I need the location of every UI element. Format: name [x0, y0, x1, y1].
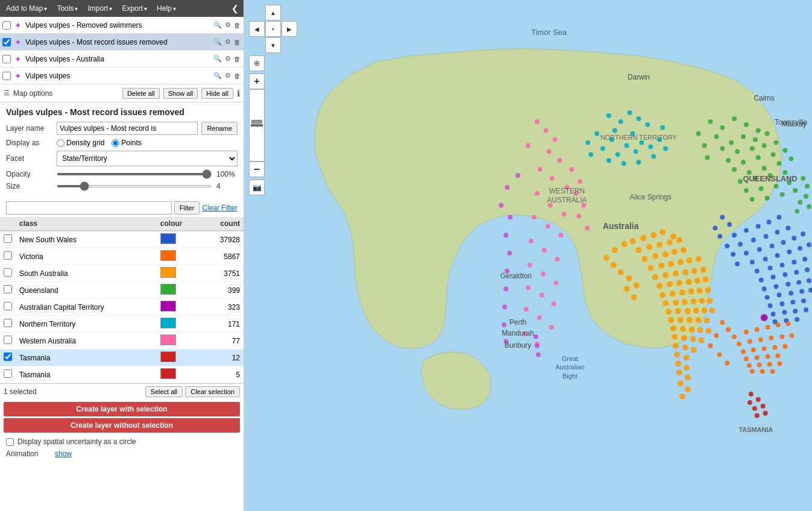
svg-point-156	[750, 369, 755, 374]
row-checkbox[interactable]	[4, 369, 12, 378]
svg-point-9	[625, 143, 629, 148]
zoom-slider[interactable]	[249, 89, 265, 161]
tools-button[interactable]: Tools ▾	[53, 3, 81, 14]
row-count: 5	[201, 366, 244, 383]
row-checkbox[interactable]	[4, 268, 12, 277]
row-checkbox-cell[interactable]	[0, 299, 16, 316]
layer-1-zoom-btn[interactable]: 🔍	[213, 20, 222, 30]
layer-2-zoom-btn[interactable]: 🔍	[213, 37, 222, 46]
layer-4-checkbox[interactable]	[2, 72, 11, 80]
density-grid-radio[interactable]	[57, 139, 65, 147]
locate-button[interactable]: ⊕	[249, 55, 265, 71]
pan-left-button[interactable]: ◀	[249, 21, 265, 37]
delete-all-button[interactable]: Delete all	[122, 88, 160, 99]
svg-point-160	[720, 320, 725, 325]
pan-center-button[interactable]: •	[265, 21, 281, 37]
row-checkbox-cell[interactable]	[0, 231, 16, 248]
svg-point-194	[676, 280, 682, 286]
layer-1-settings-btn[interactable]: ⚙	[224, 20, 231, 30]
show-all-button[interactable]: Show all	[163, 88, 198, 99]
size-slider[interactable]	[57, 185, 212, 187]
row-checkbox[interactable]	[4, 302, 12, 310]
hide-all-button[interactable]: Hide all	[201, 88, 233, 99]
density-grid-option[interactable]: Density grid	[57, 139, 104, 147]
filter-button[interactable]: Filter	[174, 201, 200, 215]
points-radio[interactable]	[112, 139, 119, 147]
svg-point-289	[752, 406, 757, 411]
row-checkbox-cell[interactable]	[0, 333, 16, 350]
row-checkbox[interactable]	[4, 251, 12, 260]
clear-selection-button[interactable]: Clear selection	[185, 386, 240, 397]
svg-point-239	[678, 380, 684, 386]
layer-2-icon: ✦	[13, 37, 23, 47]
rename-button[interactable]: Rename	[201, 122, 238, 135]
layer-2-checkbox[interactable]	[2, 38, 11, 46]
row-checkbox-cell[interactable]	[0, 316, 16, 333]
add-to-map-button[interactable]: Add to Map ▾	[2, 3, 51, 14]
pan-right-button[interactable]: ▶	[282, 21, 297, 37]
row-checkbox-cell[interactable]	[0, 366, 16, 383]
layer-1-checkbox[interactable]	[2, 21, 11, 30]
row-checkbox[interactable]	[4, 234, 12, 243]
row-checkbox-cell[interactable]	[0, 350, 16, 366]
create-layer-with-selection-button[interactable]: Create layer with selection	[4, 402, 240, 416]
import-button[interactable]: Import ▾	[84, 3, 116, 14]
row-checkbox[interactable]	[4, 353, 12, 361]
animation-show-link[interactable]: show	[55, 450, 72, 458]
points-option[interactable]: Points	[112, 139, 141, 147]
display-as-label: Display as	[6, 139, 53, 147]
layer-3-checkbox[interactable]	[2, 55, 11, 63]
svg-point-261	[535, 191, 540, 196]
row-checkbox[interactable]	[4, 336, 12, 344]
svg-point-95	[779, 263, 784, 268]
select-all-button[interactable]: Select all	[145, 386, 183, 397]
svg-point-212	[685, 308, 691, 314]
row-checkbox[interactable]	[4, 285, 12, 293]
row-checkbox-cell[interactable]	[0, 282, 16, 299]
info-icon[interactable]: ℹ	[237, 89, 240, 98]
svg-point-198	[659, 292, 666, 298]
layer-4-delete-btn[interactable]: 🗑	[233, 72, 241, 80]
layer-1-delete-btn[interactable]: 🗑	[233, 21, 241, 30]
layer-2-delete-btn[interactable]: 🗑	[233, 38, 241, 46]
svg-point-128	[725, 243, 729, 248]
help-button[interactable]: Help ▾	[153, 3, 180, 14]
layer-3-zoom-btn[interactable]: 🔍	[213, 54, 222, 63]
row-checkbox[interactable]	[4, 319, 12, 327]
create-layer-without-selection-button[interactable]: Create layer without selection	[4, 418, 240, 433]
layer-4-settings-btn[interactable]: ⚙	[224, 71, 231, 80]
facet-select[interactable]: State/Territory	[57, 151, 238, 166]
svg-point-234	[684, 355, 690, 361]
layer-3-delete-btn[interactable]: 🗑	[233, 55, 241, 63]
svg-point-7	[645, 122, 650, 127]
svg-point-171	[646, 244, 652, 250]
spatial-uncertainty-checkbox[interactable]	[6, 438, 14, 446]
layer-name-input[interactable]	[57, 122, 198, 135]
row-color	[157, 282, 202, 299]
svg-text:TASMANIA: TASMANIA	[738, 427, 773, 434]
filter-input[interactable]	[6, 201, 172, 215]
row-class: Victoria	[16, 248, 157, 265]
zoom-out-button[interactable]: −	[249, 161, 265, 177]
svg-point-272	[554, 281, 559, 286]
row-class: Western Australia	[16, 333, 157, 350]
svg-point-18	[651, 154, 656, 158]
zoom-in-button[interactable]: +	[249, 74, 265, 89]
row-checkbox-cell[interactable]	[0, 265, 16, 282]
svg-point-21	[663, 146, 668, 151]
svg-point-215	[709, 307, 715, 313]
layer-3-settings-btn[interactable]: ⚙	[224, 54, 231, 63]
svg-point-118	[782, 310, 787, 315]
layer-4-zoom-btn[interactable]: 🔍	[213, 71, 222, 80]
layer-2-settings-btn[interactable]: ⚙	[224, 37, 231, 46]
clear-filter-button[interactable]: Clear Filter	[202, 204, 238, 212]
pan-up-button[interactable]: ▲	[265, 5, 281, 20]
screenshot-button[interactable]: 📷	[249, 180, 265, 195]
collapse-panel-button[interactable]: ❮	[229, 4, 241, 13]
pan-down-button[interactable]: ▼	[265, 37, 281, 53]
row-checkbox-cell[interactable]	[0, 248, 16, 265]
export-button[interactable]: Export ▾	[118, 3, 151, 14]
opacity-slider[interactable]	[57, 173, 212, 175]
svg-point-201	[688, 289, 694, 295]
svg-point-77	[751, 237, 756, 242]
